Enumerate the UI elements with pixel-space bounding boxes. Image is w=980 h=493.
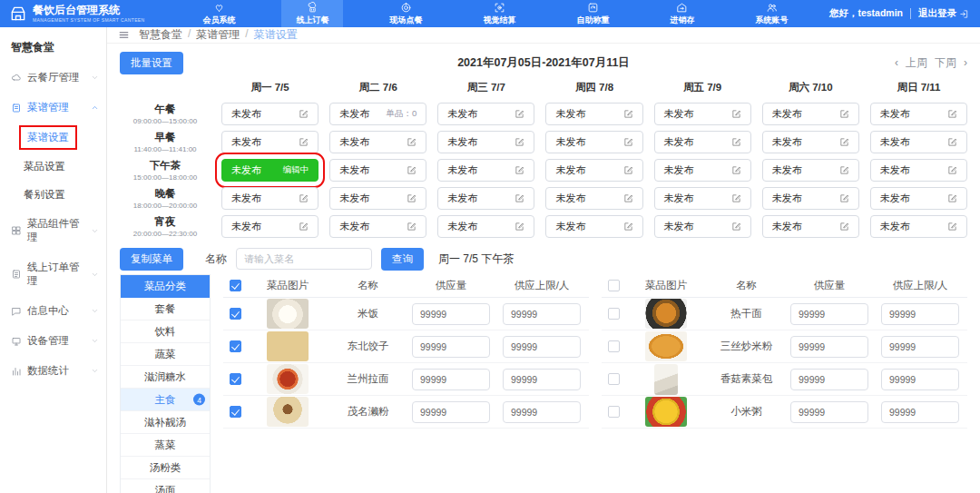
schedule-cell[interactable]: 未发布 xyxy=(437,215,534,238)
category-item[interactable]: 滋润糖水 xyxy=(121,366,210,389)
copy-menu-button[interactable]: 复制菜单 xyxy=(120,248,183,271)
limit-input[interactable] xyxy=(503,303,581,325)
dish-checkbox[interactable] xyxy=(608,406,620,418)
category-item[interactable]: 主食4 xyxy=(121,389,210,411)
schedule-cell[interactable]: 未发布 xyxy=(762,215,859,238)
schedule-cell[interactable]: 未发布 xyxy=(870,159,967,182)
sidebar-item[interactable]: 信息中心 xyxy=(0,296,106,326)
category-item[interactable]: 饮料 xyxy=(121,320,210,343)
sidebar-item[interactable]: 数据统计 xyxy=(0,356,106,386)
limit-input[interactable] xyxy=(503,369,581,390)
dish-checkbox[interactable] xyxy=(230,340,241,352)
schedule-cell[interactable]: 未发布 xyxy=(762,187,859,210)
schedule-cell[interactable]: 未发布 xyxy=(654,215,751,238)
schedule-cell[interactable]: 未发布 xyxy=(221,215,318,238)
next-arrow-icon[interactable]: › xyxy=(964,56,967,69)
sidebar-subitem[interactable]: 餐别设置 xyxy=(0,181,106,209)
supply-input[interactable] xyxy=(412,336,490,358)
schedule-cell[interactable]: 未发布 xyxy=(762,103,859,125)
schedule-cell[interactable]: 未发布 xyxy=(870,103,967,125)
schedule-cell[interactable]: 未发布 xyxy=(329,187,426,210)
dish-checkbox[interactable] xyxy=(230,308,241,320)
supply-input[interactable] xyxy=(790,401,868,423)
schedule-cell[interactable]: 未发布编辑中 xyxy=(221,159,318,182)
nav-item[interactable]: 现场点餐 xyxy=(375,0,436,27)
supply-input[interactable] xyxy=(412,369,490,390)
next-week-link[interactable]: 下周 xyxy=(935,55,956,71)
schedule-cell[interactable]: 未发布 xyxy=(870,215,967,238)
schedule-cell[interactable]: 未发布 xyxy=(654,187,751,210)
supply-input[interactable] xyxy=(412,401,490,423)
collapse-sidebar-icon[interactable] xyxy=(118,29,130,41)
select-all-checkbox[interactable] xyxy=(608,280,620,291)
dish-checkbox[interactable] xyxy=(608,308,620,320)
search-button[interactable]: 查询 xyxy=(381,248,424,271)
sidebar-item[interactable]: 菜谱管理 xyxy=(0,93,106,123)
nav-item[interactable]: 会员系统 xyxy=(188,0,250,27)
limit-input[interactable] xyxy=(503,401,581,423)
schedule-cell[interactable]: 未发布 xyxy=(870,131,967,153)
schedule-cell[interactable]: 未发布 xyxy=(545,131,642,153)
sidebar-item[interactable]: 云餐厅管理 xyxy=(0,63,106,93)
schedule-cell[interactable]: 未发布 xyxy=(762,131,859,153)
schedule-cell[interactable]: 未发布 xyxy=(329,159,426,182)
supply-input[interactable] xyxy=(790,303,868,325)
supply-input[interactable] xyxy=(412,303,490,325)
breadcrumb-item[interactable]: 智慧食堂 xyxy=(139,27,182,43)
limit-input[interactable] xyxy=(881,336,959,358)
schedule-cell[interactable]: 未发布 xyxy=(221,131,318,153)
nav-item[interactable]: 进销存 xyxy=(655,0,709,27)
schedule-cell[interactable]: 未发布 xyxy=(654,159,751,182)
select-all-checkbox[interactable] xyxy=(230,280,241,291)
limit-input[interactable] xyxy=(881,369,959,390)
schedule-cell[interactable]: 未发布单品：0 xyxy=(329,103,426,125)
schedule-cell[interactable]: 未发布 xyxy=(545,103,642,125)
schedule-cell[interactable]: 未发布 xyxy=(545,187,642,210)
breadcrumb-item[interactable]: 菜谱设置 xyxy=(254,27,298,43)
sidebar-subitem[interactable]: 菜品设置 xyxy=(0,153,106,181)
schedule-cell[interactable]: 未发布 xyxy=(545,215,642,238)
prev-arrow-icon[interactable]: ‹ xyxy=(895,56,898,69)
nav-item[interactable]: 线上订餐 xyxy=(281,0,343,27)
dish-name-input[interactable] xyxy=(236,248,372,270)
category-item[interactable]: 汤面 xyxy=(121,479,210,493)
dish-checkbox[interactable] xyxy=(608,373,620,385)
dish-checkbox[interactable] xyxy=(230,373,241,385)
schedule-cell[interactable]: 未发布 xyxy=(329,215,426,238)
schedule-cell[interactable]: 未发布 xyxy=(437,159,534,182)
prev-week-link[interactable]: 上周 xyxy=(906,55,927,71)
schedule-cell[interactable]: 未发布 xyxy=(221,187,318,210)
schedule-cell[interactable]: 未发布 xyxy=(762,159,859,182)
limit-input[interactable] xyxy=(881,401,959,423)
limit-input[interactable] xyxy=(881,303,959,325)
category-item[interactable]: 套餐 xyxy=(121,298,210,320)
supply-input[interactable] xyxy=(790,336,868,358)
category-item[interactable]: 蒸菜 xyxy=(121,434,210,457)
dish-row: 三丝炒米粉 xyxy=(602,330,967,363)
nav-item[interactable]: 系统账号 xyxy=(740,0,802,27)
supply-input[interactable] xyxy=(790,369,868,390)
schedule-cell[interactable]: 未发布 xyxy=(437,187,534,210)
category-item[interactable]: 滋补靓汤 xyxy=(121,411,210,434)
logout-button[interactable]: 退出登录 xyxy=(918,7,969,20)
sidebar-item[interactable]: 菜品组件管理 xyxy=(0,209,106,252)
schedule-cell[interactable]: 未发布 xyxy=(437,131,534,153)
dish-checkbox[interactable] xyxy=(608,340,620,352)
schedule-cell[interactable]: 未发布 xyxy=(870,187,967,210)
schedule-cell[interactable]: 未发布 xyxy=(545,159,642,182)
schedule-cell[interactable]: 未发布 xyxy=(437,103,534,125)
schedule-cell[interactable]: 未发布 xyxy=(654,131,751,153)
schedule-cell[interactable]: 未发布 xyxy=(654,103,751,125)
dish-checkbox[interactable] xyxy=(230,406,241,418)
schedule-cell[interactable]: 未发布 xyxy=(221,103,318,125)
sidebar-subitem[interactable]: 菜谱设置 xyxy=(24,130,73,145)
sidebar-item[interactable]: 设备管理 xyxy=(0,326,106,356)
schedule-cell[interactable]: 未发布 xyxy=(329,131,426,153)
nav-item[interactable]: 自助称重 xyxy=(562,0,623,27)
sidebar-item[interactable]: 线上订单管理 xyxy=(0,252,106,296)
nav-item[interactable]: 视觉结算 xyxy=(468,0,530,27)
breadcrumb-item[interactable]: 菜谱管理 xyxy=(196,27,240,43)
category-item[interactable]: 汤粉类 xyxy=(121,457,210,479)
limit-input[interactable] xyxy=(503,336,581,358)
category-item[interactable]: 蔬菜 xyxy=(121,343,210,366)
